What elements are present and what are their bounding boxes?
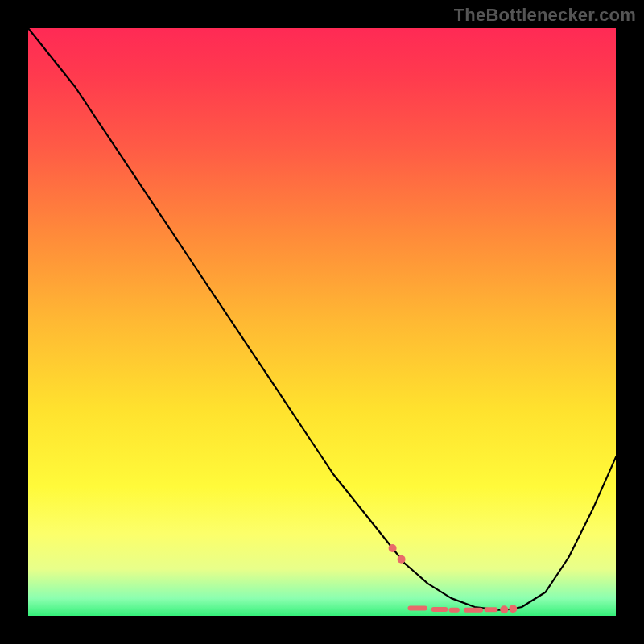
marker-dot <box>500 605 508 613</box>
plot-area <box>28 28 616 616</box>
chart-svg <box>28 28 616 616</box>
curve-markers <box>389 544 518 613</box>
marker-dot <box>398 555 406 564</box>
marker-dot <box>389 544 397 552</box>
chart-frame: TheBottlenecker.com <box>0 0 644 644</box>
watermark-text: TheBottlenecker.com <box>454 5 636 26</box>
marker-dot <box>509 605 517 613</box>
bottleneck-curve <box>28 28 616 610</box>
